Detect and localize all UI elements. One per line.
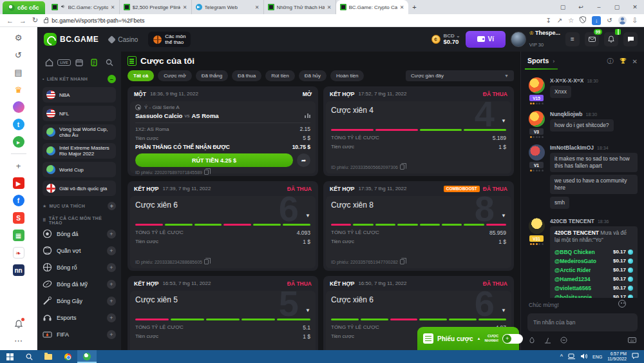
bookmark-star-icon[interactable]: ☆ (568, 17, 574, 24)
bcgame-logo[interactable]: BC.GAME (44, 33, 99, 46)
filter-pill[interactable]: Đã thua (232, 70, 261, 81)
chat-commands-icon[interactable] (544, 337, 551, 345)
wallet-button[interactable]: Ví (466, 31, 506, 48)
crown-rewards-icon[interactable]: ♛ (13, 84, 24, 95)
share-bet-button[interactable]: ➦ (297, 153, 310, 167)
filter-pill[interactable]: Rút tiền (265, 70, 295, 81)
search-icon[interactable] (103, 56, 116, 69)
chat-rules-icon[interactable] (560, 337, 567, 345)
sidebar-quick-link[interactable]: World Cup (43, 162, 116, 177)
trophy-icon[interactable] (620, 57, 627, 66)
tip-rain-icon[interactable] (529, 337, 535, 345)
expand-bet-icon[interactable]: ▼ (305, 308, 310, 313)
sidebar-sport-soccer[interactable]: Bóng đá+ (43, 229, 116, 239)
sidebar-quick-link[interactable]: Giải vô địch quốc gia (43, 181, 116, 196)
sidebar-sport-tennis[interactable]: Quần vợt+ (43, 246, 116, 255)
tab-audio-icon[interactable] (61, 4, 66, 10)
tray-expand-icon[interactable]: ^ (560, 353, 563, 360)
filter-pill[interactable]: Đã hủy (299, 70, 327, 81)
browser-tab[interactable]: $2,500 Prestige Plinko Challe✕ (120, 0, 192, 14)
expand-sport-button[interactable]: + (107, 263, 116, 272)
filter-pill[interactable]: Tất cả (128, 70, 154, 81)
expand-bet-icon[interactable]: ▼ (501, 213, 506, 219)
file-explorer-icon[interactable] (39, 350, 58, 363)
chat-avatar[interactable] (529, 111, 545, 127)
youtube-icon[interactable]: ▶ (13, 177, 24, 189)
clock[interactable]: 6:57 PM 11/9/2022 (607, 351, 627, 362)
save-page-icon[interactable]: ↧ (545, 17, 551, 24)
filter-pill[interactable]: Hoàn tiền (330, 70, 364, 81)
action-center-icon[interactable] (632, 353, 639, 360)
tip-recipient-name[interactable]: @BBQ Chicken (554, 249, 595, 256)
tab-close-icon[interactable]: ✕ (255, 5, 260, 10)
url-text[interactable]: bc.game/vi/sports?bt-path=%2Fbets (52, 17, 144, 24)
sidebar-sport-fifa[interactable]: FIFA+ (43, 329, 116, 339)
filter-pill[interactable]: Cược mở (158, 70, 192, 81)
copy-icon[interactable] (204, 259, 209, 264)
expand-bet-icon[interactable]: ▼ (501, 118, 506, 124)
tab-search-icon[interactable]: ▢ (554, 0, 572, 14)
balance-display[interactable]: ¢ BCD ⌄ $0.70 (431, 33, 460, 46)
bet-list-menu-icon[interactable]: ≡ (565, 32, 580, 46)
sidebar-quick-link[interactable]: NFL (43, 106, 116, 121)
emoji-smiley-icon[interactable] (618, 300, 626, 308)
chat-username[interactable]: 420CB TENCENT (550, 218, 594, 224)
reload-button[interactable]: ↻ (32, 16, 38, 25)
minimize-button[interactable]: – (590, 0, 608, 14)
sidebar-sport-esports[interactable]: Esports+ (43, 313, 116, 322)
nav-sports[interactable]: Các mônthể thao (148, 32, 191, 47)
back-button[interactable]: ← (6, 17, 14, 25)
share-icon[interactable]: ↗ (557, 17, 562, 24)
filter-pill[interactable]: Đã thắng (196, 70, 228, 81)
tab-close-icon[interactable]: ✕ (400, 5, 404, 10)
language-indicator[interactable]: ENG (592, 355, 602, 359)
sync-icon[interactable]: ↺ (607, 17, 612, 24)
chat-username[interactable]: X-X=X-X-X=X (550, 77, 583, 84)
chat-avatar[interactable] (529, 77, 545, 93)
home-icon[interactable] (43, 56, 55, 69)
start-button[interactable] (0, 350, 19, 363)
sidebar-quick-link[interactable]: Vòng loại World Cup, châu Âu (43, 124, 116, 140)
network-icon[interactable] (568, 353, 575, 360)
sidebar-quick-link[interactable]: NBA (43, 87, 116, 103)
close-window-button[interactable]: ✕ (626, 0, 644, 14)
chevron-right-icon[interactable]: › (553, 58, 554, 64)
leaf-app-icon[interactable]: ❧ (13, 247, 24, 259)
nav-casino[interactable]: Casino (109, 36, 138, 43)
chat-username[interactable]: Nunqkliojwb (550, 111, 583, 117)
tip-recipient-name[interactable]: @Arctic Rider (554, 267, 591, 274)
volume-icon[interactable] (580, 353, 587, 360)
betslip-button[interactable]: Phiếu cược ▲ CƯỢC NHANH! + (417, 327, 519, 350)
taskbar-search-icon[interactable] (19, 350, 39, 363)
expand-sport-button[interactable]: + (107, 246, 116, 255)
chat-info-icon[interactable]: ⓘ (607, 57, 614, 66)
collapse-quick-links-button[interactable]: – (108, 75, 116, 83)
tab-close-icon[interactable]: ✕ (111, 5, 115, 10)
more-options-icon[interactable]: ⋯ (13, 335, 24, 346)
expand-sport-button[interactable]: + (107, 280, 116, 289)
sidebar-quick-link[interactable]: Intel Extreme Masters Rio Major 2022 (43, 143, 116, 159)
maximize-button[interactable]: ▢ (608, 0, 626, 14)
calendar-icon[interactable] (73, 56, 86, 69)
forward-button[interactable]: → (19, 17, 26, 25)
expand-sport-button[interactable]: + (107, 313, 116, 322)
tip-recipient-name[interactable]: @violetta6565 (554, 285, 591, 292)
browser-tab[interactable]: Telegram Web✕ (192, 0, 264, 14)
expand-sport-button[interactable]: + (107, 297, 116, 306)
browser-tab[interactable]: BC.Game: Crypto Casino✕ (48, 0, 120, 14)
sidebar-sport-american-football[interactable]: Bóng đá Mỹ+ (43, 279, 116, 289)
coccoc-taskbar-icon[interactable] (77, 350, 97, 363)
game-controller-icon[interactable]: ▸ (13, 136, 24, 148)
browser-tab[interactable]: Những Thử thách Hàng ngà✕ (264, 0, 336, 14)
reading-list-icon[interactable]: ▤ (13, 66, 24, 78)
downloads-tray-icon[interactable]: ⇩ (632, 17, 638, 24)
mail-icon[interactable]: 99 (585, 32, 599, 46)
download-active-icon[interactable]: ↓ (592, 16, 601, 25)
user-avatar[interactable] (511, 32, 526, 47)
cashout-button[interactable]: RÚT TIỀN 4.25 $ (135, 153, 293, 167)
add-sidebar-app-icon[interactable]: + (13, 160, 24, 172)
chat-username[interactable]: ImNotBlackImOJ (550, 144, 594, 151)
copy-icon[interactable] (400, 259, 404, 264)
stats-icon[interactable] (305, 113, 310, 118)
adblock-shield-icon[interactable] (580, 16, 586, 25)
